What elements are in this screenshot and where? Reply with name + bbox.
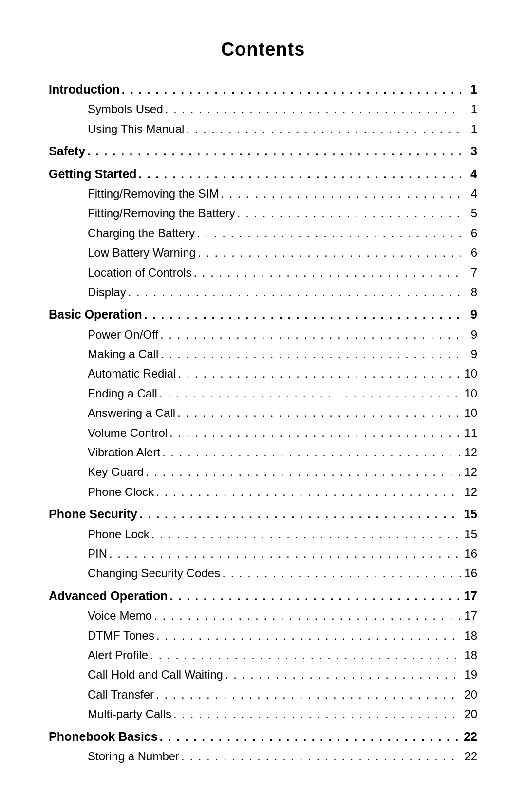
- toc-dots: . . . . . . . . . . . . . . . . . . . . …: [160, 325, 461, 344]
- toc-row: Low Battery Warning. . . . . . . . . . .…: [49, 244, 477, 262]
- toc-dots: . . . . . . . . . . . . . . . . . . . . …: [178, 364, 461, 383]
- dots-inner: . . . . . . . . . . . . . . . . . . . . …: [165, 100, 461, 118]
- toc-dots: . . . . . . . . . . . . . . . . . . . . …: [154, 606, 461, 625]
- toc-page: 22: [463, 747, 477, 766]
- toc-label: Charging the Battery: [88, 224, 195, 243]
- toc-dots: . . . . . . . . . . . . . . . . . . . . …: [128, 283, 461, 302]
- toc-row: Storing a Number. . . . . . . . . . . . …: [49, 747, 477, 766]
- toc-label: Voice Memo: [88, 606, 152, 625]
- toc-row: Symbols Used. . . . . . . . . . . . . . …: [49, 100, 477, 118]
- toc-page: 12: [463, 483, 477, 501]
- dots-inner: . . . . . . . . . . . . . . . . . . . . …: [156, 483, 461, 501]
- toc-row: Charging the Battery. . . . . . . . . . …: [49, 224, 477, 243]
- toc-page: 18: [463, 646, 477, 664]
- dots-inner: . . . . . . . . . . . . . . . . . . . . …: [169, 424, 461, 442]
- dots-inner: . . . . . . . . . . . . . . . . . . . . …: [170, 587, 461, 605]
- toc-dots: . . . . . . . . . . . . . . . . . . . . …: [160, 728, 461, 746]
- toc-label: Fitting/Removing the SIM: [88, 185, 219, 203]
- toc-page: 10: [463, 404, 477, 422]
- toc-label: Safety: [49, 141, 85, 161]
- toc-row: Display. . . . . . . . . . . . . . . . .…: [49, 283, 477, 302]
- toc-dots: . . . . . . . . . . . . . . . . . . . . …: [193, 264, 461, 282]
- toc-dots: . . . . . . . . . . . . . . . . . . . . …: [181, 747, 461, 766]
- toc-dots: . . . . . . . . . . . . . . . . . . . . …: [237, 204, 461, 223]
- toc-page: 12: [463, 443, 477, 462]
- toc-row: Call Hold and Call Waiting. . . . . . . …: [49, 665, 477, 684]
- toc-page: 22: [463, 727, 477, 746]
- toc-label: Display: [88, 283, 126, 302]
- toc-page: 9: [463, 325, 477, 344]
- dots-inner: . . . . . . . . . . . . . . . . . . . . …: [221, 185, 461, 203]
- toc-label: Introduction: [49, 79, 120, 99]
- toc-page: 7: [463, 264, 477, 282]
- toc-label: Ending a Call: [88, 384, 157, 403]
- toc-dots: . . . . . . . . . . . . . . . . . . . . …: [186, 120, 461, 138]
- toc-row: Advanced Operation. . . . . . . . . . . …: [49, 586, 477, 605]
- toc-row: Basic Operation. . . . . . . . . . . . .…: [49, 304, 477, 324]
- toc-page: 16: [463, 564, 477, 583]
- toc-row: Voice Memo. . . . . . . . . . . . . . . …: [49, 606, 477, 625]
- toc-row: Using This Manual. . . . . . . . . . . .…: [49, 120, 477, 138]
- toc-label: Phone Security: [49, 504, 137, 524]
- toc-label: Location of Controls: [88, 264, 191, 282]
- toc-row: Power On/Off. . . . . . . . . . . . . . …: [49, 325, 477, 344]
- toc-dots: . . . . . . . . . . . . . . . . . . . . …: [222, 564, 461, 583]
- toc-label: Automatic Redial: [88, 364, 176, 383]
- page-title: Contents: [49, 39, 477, 60]
- toc-label: Phonebook Basics: [49, 727, 158, 746]
- toc-dots: . . . . . . . . . . . . . . . . . . . . …: [122, 80, 461, 99]
- dots-inner: . . . . . . . . . . . . . . . . . . . . …: [178, 364, 461, 383]
- toc-dots: . . . . . . . . . . . . . . . . . . . . …: [87, 142, 461, 161]
- toc-label: Phone Clock: [88, 483, 154, 501]
- toc-page: 10: [463, 364, 477, 383]
- dots-inner: . . . . . . . . . . . . . . . . . . . . …: [144, 305, 461, 324]
- toc-row: Ending a Call. . . . . . . . . . . . . .…: [49, 384, 477, 403]
- dots-inner: . . . . . . . . . . . . . . . . . . . . …: [109, 545, 461, 563]
- toc-page: 1: [463, 120, 477, 138]
- dots-inner: . . . . . . . . . . . . . . . . . . . . …: [146, 463, 461, 481]
- toc-label: Key Guard: [88, 463, 144, 481]
- toc-page: 1: [463, 100, 477, 118]
- toc-dots: . . . . . . . . . . . . . . . . . . . . …: [198, 244, 461, 262]
- dots-inner: . . . . . . . . . . . . . . . . . . . . …: [173, 705, 461, 723]
- toc-row: Phonebook Basics. . . . . . . . . . . . …: [49, 727, 477, 746]
- toc-row: DTMF Tones. . . . . . . . . . . . . . . …: [49, 626, 477, 645]
- dots-inner: . . . . . . . . . . . . . . . . . . . . …: [156, 626, 461, 645]
- toc-page: 11: [463, 424, 477, 442]
- toc-row: Location of Controls. . . . . . . . . . …: [49, 264, 477, 282]
- toc-page: 3: [463, 141, 477, 161]
- toc-page: 6: [463, 244, 477, 262]
- toc-label: Advanced Operation: [49, 586, 168, 605]
- toc-label: Phone Lock: [88, 525, 150, 544]
- toc-page: 17: [463, 586, 477, 605]
- toc-row: Key Guard. . . . . . . . . . . . . . . .…: [49, 463, 477, 481]
- toc-dots: . . . . . . . . . . . . . . . . . . . . …: [150, 646, 461, 664]
- toc-label: PIN: [88, 545, 107, 563]
- dots-inner: . . . . . . . . . . . . . . . . . . . . …: [197, 224, 461, 243]
- toc-page: 6: [463, 224, 477, 243]
- dots-inner: . . . . . . . . . . . . . . . . . . . . …: [160, 325, 461, 344]
- dots-inner: . . . . . . . . . . . . . . . . . . . . …: [159, 384, 461, 403]
- toc-label: Changing Security Codes: [88, 564, 220, 583]
- toc-row: Phone Lock. . . . . . . . . . . . . . . …: [49, 525, 477, 544]
- toc-page: 12: [463, 463, 477, 481]
- toc-dots: . . . . . . . . . . . . . . . . . . . . …: [156, 685, 461, 704]
- toc-page: 15: [463, 525, 477, 544]
- toc-dots: . . . . . . . . . . . . . . . . . . . . …: [159, 384, 461, 403]
- toc-label: Volume Control: [88, 424, 168, 442]
- toc-page: 10: [463, 384, 477, 403]
- toc-label: Low Battery Warning: [88, 244, 196, 262]
- dots-inner: . . . . . . . . . . . . . . . . . . . . …: [151, 525, 461, 544]
- toc-container: Introduction. . . . . . . . . . . . . . …: [49, 79, 477, 766]
- toc-row: Automatic Redial. . . . . . . . . . . . …: [49, 364, 477, 383]
- toc-row: Alert Profile. . . . . . . . . . . . . .…: [49, 646, 477, 664]
- toc-dots: . . . . . . . . . . . . . . . . . . . . …: [139, 505, 461, 524]
- dots-inner: . . . . . . . . . . . . . . . . . . . . …: [128, 283, 461, 302]
- toc-dots: . . . . . . . . . . . . . . . . . . . . …: [197, 224, 461, 243]
- toc-label: Symbols Used: [88, 100, 163, 118]
- toc-label: Fitting/Removing the Battery: [88, 204, 235, 223]
- toc-row: PIN. . . . . . . . . . . . . . . . . . .…: [49, 545, 477, 563]
- toc-dots: . . . . . . . . . . . . . . . . . . . . …: [165, 100, 461, 118]
- toc-label: Getting Started: [49, 164, 137, 184]
- toc-label: Answering a Call: [88, 404, 175, 422]
